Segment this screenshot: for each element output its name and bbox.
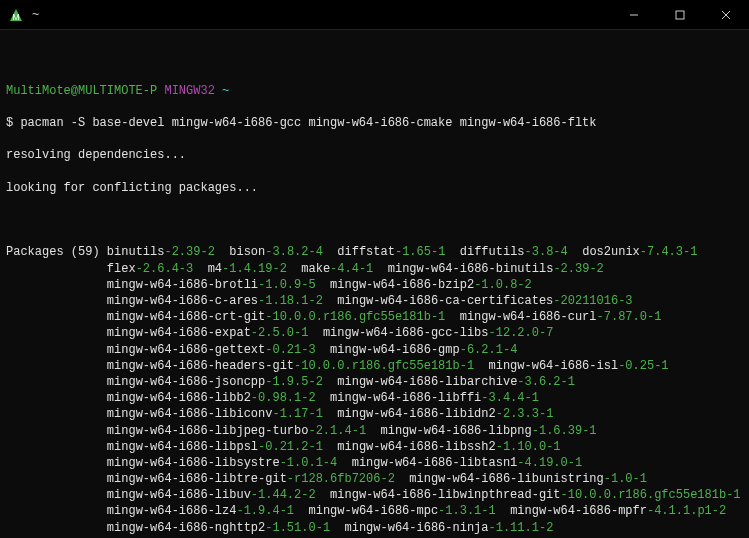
package-name: mingw-w64-i686-gettext xyxy=(107,343,265,357)
package-name: mingw-w64-i686-c-ares xyxy=(107,294,258,308)
package-name: mingw-w64-i686-isl xyxy=(489,359,619,373)
package-name: mingw-w64-i686-libwinpthread-git xyxy=(330,488,560,502)
close-button[interactable] xyxy=(703,0,749,30)
titlebar-left: M ~ xyxy=(0,7,39,23)
package-version: 1.0.8-2 xyxy=(481,278,531,292)
package-version: 3.6.2-1 xyxy=(525,375,575,389)
package-name: diffstat xyxy=(337,245,395,259)
package-line: mingw-w64-i686-expat-2.5.0-1 mingw-w64-i… xyxy=(6,325,743,341)
window-title: ~ xyxy=(32,8,39,22)
package-name: mingw-w64-i686-libiconv xyxy=(107,407,273,421)
package-line: mingw-w64-i686-libiconv-1.17-1 mingw-w64… xyxy=(6,406,743,422)
package-name: mingw-w64-i686-expat xyxy=(107,326,251,340)
package-name: make xyxy=(301,262,330,276)
package-name: mingw-w64-i686-gmp xyxy=(330,343,460,357)
package-name: mingw-w64-i686-libunistring xyxy=(409,472,603,486)
package-line: Packages (59) binutils-2.39-2 bison-3.8.… xyxy=(6,244,743,260)
prompt-tilde: ~ xyxy=(222,84,229,98)
package-version: 7.87.0-1 xyxy=(604,310,662,324)
package-version: 4.1.1.p1-2 xyxy=(654,504,726,518)
package-line: mingw-w64-i686-libjpeg-turbo-2.1.4-1 min… xyxy=(6,423,743,439)
package-name: mingw-w64-i686-lz4 xyxy=(107,504,237,518)
packages-label: Packages (59) xyxy=(6,245,107,259)
package-version: 1.51.0-1 xyxy=(272,521,330,535)
package-line: mingw-w64-i686-crt-git-10.0.0.r186.gfc55… xyxy=(6,309,743,325)
package-version: 2.6.4-3 xyxy=(143,262,193,276)
package-version: 0.21.2-1 xyxy=(265,440,323,454)
package-name: flex xyxy=(107,262,136,276)
package-version: 3.8.2-4 xyxy=(272,245,322,259)
package-line: mingw-w64-i686-libtre-git-r128.6fb7206-2… xyxy=(6,471,743,487)
package-version: 2.39-2 xyxy=(172,245,215,259)
package-version: 12.2.0-7 xyxy=(496,326,554,340)
package-name: mingw-w64-i686-libpng xyxy=(381,424,532,438)
app-icon: M xyxy=(8,7,24,23)
package-version: 1.9.5-2 xyxy=(272,375,322,389)
package-version: 4.4-1 xyxy=(337,262,373,276)
package-version: 10.0.0.r186.gfc55e181b-1 xyxy=(301,359,474,373)
package-name: mingw-w64-i686-libtre-git xyxy=(107,472,287,486)
package-name: mingw-w64-i686-gcc-libs xyxy=(323,326,489,340)
command-text: pacman -S base-devel mingw-w64-i686-gcc … xyxy=(20,116,596,130)
package-version: 1.0-1 xyxy=(611,472,647,486)
package-version: 1.3.1-1 xyxy=(445,504,495,518)
package-name: mingw-w64-i686-binutils xyxy=(388,262,554,276)
prompt-user: MultiMote@MULTIMOTE-P xyxy=(6,84,157,98)
package-version: 0.21-3 xyxy=(272,343,315,357)
package-name: dos2unix xyxy=(582,245,640,259)
package-version: 1.44.2-2 xyxy=(258,488,316,502)
package-version: 20211016-3 xyxy=(561,294,633,308)
package-line: mingw-w64-i686-jsoncpp-1.9.5-2 mingw-w64… xyxy=(6,374,743,390)
package-name: mingw-w64-i686-crt-git xyxy=(107,310,265,324)
package-name: mingw-w64-i686-ca-certificates xyxy=(337,294,553,308)
package-name: bison xyxy=(229,245,265,259)
package-line: mingw-w64-i686-nghttp2-1.51.0-1 mingw-w6… xyxy=(6,520,743,536)
package-version: 7.4.3-1 xyxy=(647,245,697,259)
package-name: mingw-w64-i686-libssh2 xyxy=(337,440,495,454)
packages-block: Packages (59) binutils-2.39-2 bison-3.8.… xyxy=(6,244,743,538)
package-version: 1.0.9-5 xyxy=(265,278,315,292)
prompt-dollar: $ xyxy=(6,116,13,130)
terminal-output[interactable]: MultiMote@MULTIMOTE-P MINGW32 ~ $ pacman… xyxy=(0,30,749,538)
package-line: mingw-w64-i686-libb2-0.98.1-2 mingw-w64-… xyxy=(6,390,743,406)
package-name: mingw-w64-i686-libarchive xyxy=(337,375,517,389)
package-name: mingw-w64-i686-libtasn1 xyxy=(352,456,518,470)
package-version: 1.18.1-2 xyxy=(265,294,323,308)
resolving-line: resolving dependencies... xyxy=(6,147,743,163)
package-version: 1.6.39-1 xyxy=(539,424,597,438)
package-name: diffutils xyxy=(460,245,525,259)
package-name: mingw-w64-i686-nghttp2 xyxy=(107,521,265,535)
package-line: mingw-w64-i686-lz4-1.9.4-1 mingw-w64-i68… xyxy=(6,503,743,519)
package-line: mingw-w64-i686-brotli-1.0.9-5 mingw-w64-… xyxy=(6,277,743,293)
package-name: binutils xyxy=(107,245,165,259)
package-version: 2.3.3-1 xyxy=(503,407,553,421)
package-line: mingw-w64-i686-libpsl-0.21.2-1 mingw-w64… xyxy=(6,439,743,455)
maximize-button[interactable] xyxy=(657,0,703,30)
titlebar: M ~ xyxy=(0,0,749,30)
package-version: 1.17-1 xyxy=(280,407,323,421)
package-name: mingw-w64-i686-jsoncpp xyxy=(107,375,265,389)
package-name: mingw-w64-i686-libb2 xyxy=(107,391,251,405)
package-line: mingw-w64-i686-libsystre-1.0.1-4 mingw-w… xyxy=(6,455,743,471)
svg-rect-3 xyxy=(676,11,684,19)
package-name: m4 xyxy=(208,262,222,276)
package-version: 1.4.19-2 xyxy=(229,262,287,276)
package-line: mingw-w64-i686-c-ares-1.18.1-2 mingw-w64… xyxy=(6,293,743,309)
package-version: 10.0.0.r186.gfc55e181b-1 xyxy=(272,310,445,324)
package-line: mingw-w64-i686-gettext-0.21-3 mingw-w64-… xyxy=(6,342,743,358)
package-line: mingw-w64-i686-libuv-1.44.2-2 mingw-w64-… xyxy=(6,487,743,503)
package-version: 1.0.1-4 xyxy=(287,456,337,470)
package-version: 3.4.4-1 xyxy=(489,391,539,405)
looking-line: looking for conflicting packages... xyxy=(6,180,743,196)
package-name: mingw-w64-i686-bzip2 xyxy=(330,278,474,292)
package-name: mingw-w64-i686-libjpeg-turbo xyxy=(107,424,309,438)
package-version: 2.1.4-1 xyxy=(316,424,366,438)
package-version: 0.25-1 xyxy=(625,359,668,373)
package-version: 2.39-2 xyxy=(561,262,604,276)
package-name: mingw-w64-i686-curl xyxy=(460,310,597,324)
svg-text:M: M xyxy=(12,12,20,22)
prompt-env: MINGW32 xyxy=(164,84,214,98)
package-name: mingw-w64-i686-libpsl xyxy=(107,440,258,454)
package-line: mingw-w64-i686-headers-git-10.0.0.r186.g… xyxy=(6,358,743,374)
minimize-button[interactable] xyxy=(611,0,657,30)
